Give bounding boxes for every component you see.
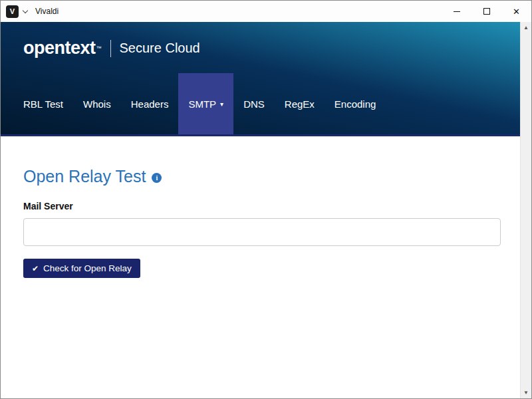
vertical-scrollbar[interactable]: ▲ ▼: [520, 22, 531, 398]
nav-item-smtp[interactable]: SMTP ▾: [178, 73, 233, 134]
minimize-button[interactable]: [442, 1, 471, 22]
nav-item-regex[interactable]: RegEx: [275, 73, 325, 134]
mail-server-label: Mail Server: [23, 201, 499, 211]
browser-window: V Vivaldi ✕ opentext ™ Secur: [0, 0, 532, 399]
mail-server-input[interactable]: [23, 218, 501, 246]
checkmark-icon: ✔: [32, 264, 39, 273]
scroll-up-arrow-icon[interactable]: ▲: [521, 22, 531, 33]
page-title: Open Relay Test: [23, 167, 146, 186]
nav-label: DNS: [243, 98, 265, 110]
nav-item-rbl-test[interactable]: RBL Test: [13, 73, 73, 134]
dropdown-caret-icon: ▾: [220, 100, 223, 108]
window-titlebar: V Vivaldi ✕: [1, 1, 531, 22]
site-header: opentext ™ Secure Cloud RBL Test Whois H…: [1, 22, 520, 136]
maximize-icon: [483, 8, 490, 15]
main-content: Open Relay Test i Mail Server ✔ Check fo…: [1, 136, 520, 278]
nav-label: Encoding: [334, 98, 376, 110]
nav-label: Whois: [83, 98, 111, 110]
check-button-label: Check for Open Relay: [43, 263, 132, 273]
product-name: Secure Cloud: [120, 41, 200, 56]
minimize-icon: [454, 11, 460, 12]
check-open-relay-button[interactable]: ✔ Check for Open Relay: [23, 259, 140, 278]
window-controls: ✕: [442, 1, 531, 22]
nav-item-whois[interactable]: Whois: [73, 73, 121, 134]
page: opentext ™ Secure Cloud RBL Test Whois H…: [1, 22, 531, 398]
nav-label: Headers: [131, 98, 169, 110]
opentext-logo: opentext: [23, 38, 96, 59]
nav-label: RBL Test: [23, 98, 63, 110]
close-button[interactable]: ✕: [501, 1, 531, 22]
trademark-symbol: ™: [96, 45, 102, 51]
close-icon: ✕: [513, 7, 520, 16]
nav-item-headers[interactable]: Headers: [121, 73, 179, 134]
main-nav: RBL Test Whois Headers SMTP ▾ DNS: [13, 73, 386, 134]
vivaldi-logo-icon: V: [10, 7, 15, 15]
vivaldi-menu-button[interactable]: V: [6, 5, 19, 18]
window-title: Vivaldi: [35, 7, 59, 16]
maximize-button[interactable]: [471, 1, 501, 22]
chevron-down-icon[interactable]: [23, 7, 28, 13]
info-icon[interactable]: i: [152, 173, 162, 183]
nav-label: SMTP: [188, 98, 216, 110]
nav-label: RegEx: [285, 98, 315, 110]
scroll-down-arrow-icon[interactable]: ▼: [521, 387, 531, 398]
nav-item-encoding[interactable]: Encoding: [325, 73, 386, 134]
brand-logo: opentext ™ Secure Cloud: [1, 22, 520, 59]
nav-item-dns[interactable]: DNS: [233, 73, 275, 134]
logo-divider: [110, 40, 111, 57]
content-wrap: opentext ™ Secure Cloud RBL Test Whois H…: [1, 22, 520, 398]
